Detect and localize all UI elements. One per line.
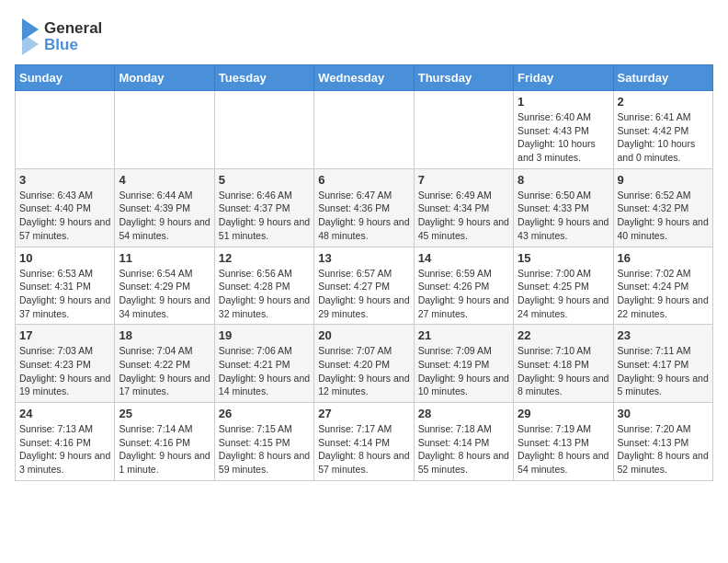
day-info: Sunrise: 7:09 AM Sunset: 4:19 PM Dayligh… xyxy=(418,344,509,398)
day-number: 27 xyxy=(318,407,409,420)
day-number: 9 xyxy=(618,173,709,187)
day-number: 14 xyxy=(418,251,509,265)
calendar-cell: 23Sunrise: 7:11 AM Sunset: 4:17 PM Dayli… xyxy=(613,325,712,403)
day-number: 26 xyxy=(219,407,310,420)
calendar-cell: 30Sunrise: 7:20 AM Sunset: 4:13 PM Dayli… xyxy=(613,403,712,481)
calendar-cell: 18Sunrise: 7:04 AM Sunset: 4:22 PM Dayli… xyxy=(115,325,214,403)
calendar-cell xyxy=(314,91,414,169)
day-info: Sunrise: 6:47 AM Sunset: 4:36 PM Dayligh… xyxy=(318,189,409,243)
calendar-cell: 15Sunrise: 7:00 AM Sunset: 4:25 PM Dayli… xyxy=(514,247,613,325)
day-info: Sunrise: 6:50 AM Sunset: 4:33 PM Dayligh… xyxy=(518,189,609,243)
calendar-cell: 27Sunrise: 7:17 AM Sunset: 4:14 PM Dayli… xyxy=(314,403,414,481)
calendar-cell: 29Sunrise: 7:19 AM Sunset: 4:13 PM Dayli… xyxy=(514,403,613,481)
day-info: Sunrise: 7:20 AM Sunset: 4:13 PM Dayligh… xyxy=(618,422,709,477)
day-header-wednesday: Wednesday xyxy=(314,65,414,91)
day-number: 13 xyxy=(318,251,409,265)
calendar-cell: 17Sunrise: 7:03 AM Sunset: 4:23 PM Dayli… xyxy=(16,325,115,403)
day-info: Sunrise: 7:02 AM Sunset: 4:24 PM Dayligh… xyxy=(618,267,709,321)
calendar-cell: 7Sunrise: 6:49 AM Sunset: 4:34 PM Daylig… xyxy=(414,168,513,247)
day-number: 1 xyxy=(518,95,609,109)
calendar-cell: 26Sunrise: 7:15 AM Sunset: 4:15 PM Dayli… xyxy=(214,403,313,481)
day-number: 17 xyxy=(19,328,110,342)
day-number: 12 xyxy=(219,251,310,265)
day-number: 10 xyxy=(19,251,110,265)
day-info: Sunrise: 6:41 AM Sunset: 4:42 PM Dayligh… xyxy=(618,110,709,165)
day-number: 30 xyxy=(618,407,709,420)
day-info: Sunrise: 6:52 AM Sunset: 4:32 PM Dayligh… xyxy=(618,189,709,243)
svg-text:General: General xyxy=(44,19,102,37)
day-number: 24 xyxy=(19,407,110,420)
day-number: 21 xyxy=(418,328,509,342)
calendar-cell: 16Sunrise: 7:02 AM Sunset: 4:24 PM Dayli… xyxy=(613,247,712,325)
calendar-cell xyxy=(16,91,115,169)
logo-svg: General Blue xyxy=(15,15,134,57)
day-info: Sunrise: 7:11 AM Sunset: 4:17 PM Dayligh… xyxy=(618,344,709,398)
day-number: 7 xyxy=(418,173,509,187)
day-info: Sunrise: 6:43 AM Sunset: 4:40 PM Dayligh… xyxy=(19,189,110,243)
day-header-sunday: Sunday xyxy=(16,65,115,91)
day-info: Sunrise: 6:46 AM Sunset: 4:37 PM Dayligh… xyxy=(219,189,310,243)
week-row-3: 10Sunrise: 6:53 AM Sunset: 4:31 PM Dayli… xyxy=(16,247,713,325)
calendar-cell: 2Sunrise: 6:41 AM Sunset: 4:42 PM Daylig… xyxy=(613,91,712,169)
day-number: 22 xyxy=(518,328,609,342)
calendar-cell: 13Sunrise: 6:57 AM Sunset: 4:27 PM Dayli… xyxy=(314,247,414,325)
calendar-cell: 14Sunrise: 6:59 AM Sunset: 4:26 PM Dayli… xyxy=(414,247,513,325)
day-header-friday: Friday xyxy=(514,65,613,91)
day-header-monday: Monday xyxy=(115,65,214,91)
calendar-header-row: SundayMondayTuesdayWednesdayThursdayFrid… xyxy=(16,65,713,91)
week-row-1: 1Sunrise: 6:40 AM Sunset: 4:43 PM Daylig… xyxy=(16,91,713,169)
day-info: Sunrise: 6:56 AM Sunset: 4:28 PM Dayligh… xyxy=(219,267,310,321)
calendar-cell: 25Sunrise: 7:14 AM Sunset: 4:16 PM Dayli… xyxy=(115,403,214,481)
day-number: 11 xyxy=(119,251,210,265)
calendar-cell: 3Sunrise: 6:43 AM Sunset: 4:40 PM Daylig… xyxy=(16,168,115,247)
day-info: Sunrise: 6:54 AM Sunset: 4:29 PM Dayligh… xyxy=(119,267,210,321)
svg-text:Blue: Blue xyxy=(44,36,78,53)
day-number: 23 xyxy=(618,328,709,342)
day-header-thursday: Thursday xyxy=(414,65,513,91)
day-info: Sunrise: 7:06 AM Sunset: 4:21 PM Dayligh… xyxy=(219,344,310,398)
logo: General Blue xyxy=(15,15,134,57)
calendar-cell: 8Sunrise: 6:50 AM Sunset: 4:33 PM Daylig… xyxy=(514,168,613,247)
calendar-cell: 24Sunrise: 7:13 AM Sunset: 4:16 PM Dayli… xyxy=(16,403,115,481)
day-number: 20 xyxy=(318,328,409,342)
day-number: 18 xyxy=(119,328,210,342)
day-info: Sunrise: 7:19 AM Sunset: 4:13 PM Dayligh… xyxy=(518,422,609,477)
day-info: Sunrise: 7:00 AM Sunset: 4:25 PM Dayligh… xyxy=(518,267,609,321)
calendar-cell: 5Sunrise: 6:46 AM Sunset: 4:37 PM Daylig… xyxy=(214,168,313,247)
day-header-tuesday: Tuesday xyxy=(214,65,313,91)
day-info: Sunrise: 6:59 AM Sunset: 4:26 PM Dayligh… xyxy=(418,267,509,321)
calendar-cell: 19Sunrise: 7:06 AM Sunset: 4:21 PM Dayli… xyxy=(214,325,313,403)
day-info: Sunrise: 7:17 AM Sunset: 4:14 PM Dayligh… xyxy=(318,422,409,477)
day-number: 5 xyxy=(219,173,310,187)
calendar-cell: 21Sunrise: 7:09 AM Sunset: 4:19 PM Dayli… xyxy=(414,325,513,403)
calendar-cell: 22Sunrise: 7:10 AM Sunset: 4:18 PM Dayli… xyxy=(514,325,613,403)
day-info: Sunrise: 6:40 AM Sunset: 4:43 PM Dayligh… xyxy=(518,110,609,165)
day-info: Sunrise: 7:04 AM Sunset: 4:22 PM Dayligh… xyxy=(119,344,210,398)
day-number: 19 xyxy=(219,328,310,342)
day-info: Sunrise: 6:49 AM Sunset: 4:34 PM Dayligh… xyxy=(418,189,509,243)
day-number: 2 xyxy=(618,95,709,109)
calendar-cell: 4Sunrise: 6:44 AM Sunset: 4:39 PM Daylig… xyxy=(115,168,214,247)
day-number: 16 xyxy=(618,251,709,265)
day-info: Sunrise: 7:07 AM Sunset: 4:20 PM Dayligh… xyxy=(318,344,409,398)
svg-marker-3 xyxy=(22,33,39,55)
calendar-cell: 10Sunrise: 6:53 AM Sunset: 4:31 PM Dayli… xyxy=(16,247,115,325)
day-number: 3 xyxy=(19,173,110,187)
calendar-cell: 1Sunrise: 6:40 AM Sunset: 4:43 PM Daylig… xyxy=(514,91,613,169)
day-number: 29 xyxy=(518,407,609,420)
day-info: Sunrise: 7:13 AM Sunset: 4:16 PM Dayligh… xyxy=(19,422,110,477)
day-info: Sunrise: 7:14 AM Sunset: 4:16 PM Dayligh… xyxy=(119,422,210,477)
calendar-cell: 11Sunrise: 6:54 AM Sunset: 4:29 PM Dayli… xyxy=(115,247,214,325)
day-info: Sunrise: 6:53 AM Sunset: 4:31 PM Dayligh… xyxy=(19,267,110,321)
week-row-2: 3Sunrise: 6:43 AM Sunset: 4:40 PM Daylig… xyxy=(16,168,713,247)
calendar-table: SundayMondayTuesdayWednesdayThursdayFrid… xyxy=(15,64,713,481)
calendar-cell: 12Sunrise: 6:56 AM Sunset: 4:28 PM Dayli… xyxy=(214,247,313,325)
calendar-cell xyxy=(414,91,513,169)
calendar-cell xyxy=(115,91,214,169)
calendar-cell xyxy=(214,91,313,169)
day-number: 25 xyxy=(119,407,210,420)
day-number: 6 xyxy=(318,173,409,187)
day-number: 28 xyxy=(418,407,509,420)
calendar-cell: 20Sunrise: 7:07 AM Sunset: 4:20 PM Dayli… xyxy=(314,325,414,403)
week-row-5: 24Sunrise: 7:13 AM Sunset: 4:16 PM Dayli… xyxy=(16,403,713,481)
